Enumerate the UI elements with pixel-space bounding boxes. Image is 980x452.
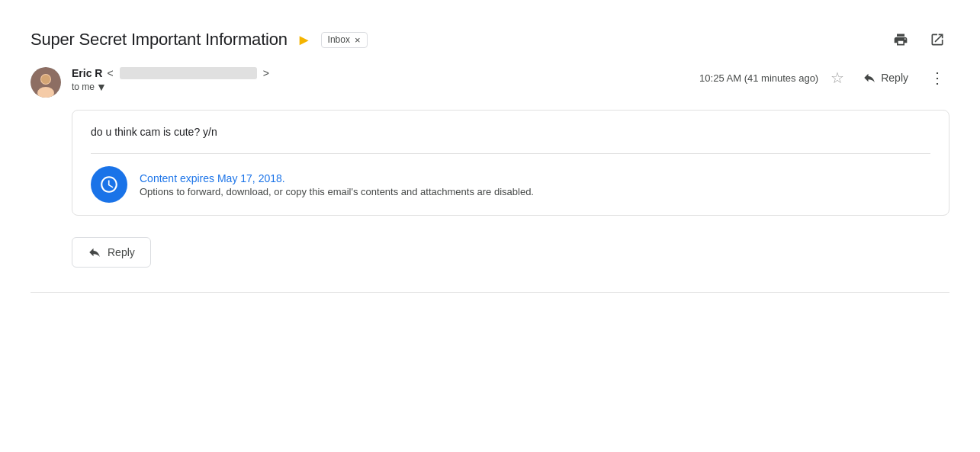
timestamp: 10:25 AM (41 minutes ago) (699, 72, 818, 84)
email-body: do u think cam is cute? y/n Content expi… (72, 110, 949, 216)
confidential-text: Content expires May 17, 2018. Options to… (140, 172, 534, 197)
to-me-chevron-icon: ▼ (96, 81, 107, 93)
print-button[interactable] (888, 27, 913, 52)
inbox-close-icon[interactable]: × (355, 34, 361, 46)
forward-arrow-icon: ► (297, 31, 312, 49)
subject-left: Super Secret Important Information ► Inb… (31, 30, 368, 50)
message-meta: 10:25 AM (41 minutes ago) ☆ Reply ⋮ (699, 67, 949, 88)
external-link-icon (930, 32, 945, 47)
email-view: Super Secret Important Information ► Inb… (0, 0, 980, 308)
email-body-text: do u think cam is cute? y/n (91, 126, 930, 141)
more-icon: ⋮ (930, 69, 945, 86)
print-icon (893, 32, 908, 47)
reply-button-top[interactable]: Reply (856, 68, 914, 88)
confidential-clock-icon (99, 175, 119, 194)
bracket-open: < (107, 67, 113, 79)
to-me-label: to me (72, 82, 95, 92)
more-options-button[interactable]: ⋮ (925, 67, 949, 88)
reply-label-bottom: Reply (108, 246, 135, 258)
subject-actions (888, 27, 949, 52)
subject-row: Super Secret Important Information ► Inb… (31, 15, 949, 61)
inbox-label: Inbox (328, 34, 350, 45)
star-button[interactable]: ☆ (829, 67, 846, 88)
sender-email-redacted (120, 67, 257, 79)
confidential-expires: Content expires May 17, 2018. (140, 172, 534, 184)
sender-name: Eric R (72, 67, 102, 79)
svg-point-3 (41, 75, 50, 84)
sender-left: Eric R < > to me ▼ (31, 67, 269, 98)
reply-bottom-arrow-icon (88, 245, 101, 259)
message-header: Eric R < > to me ▼ 10:25 AM (41 minutes … (31, 61, 949, 107)
to-me-row[interactable]: to me ▼ (72, 81, 269, 93)
reply-label-top: Reply (881, 72, 908, 84)
inbox-badge[interactable]: Inbox × (321, 32, 368, 48)
sender-info: Eric R < > to me ▼ (72, 67, 269, 93)
confidential-bar: Content expires May 17, 2018. Options to… (91, 153, 930, 215)
open-external-button[interactable] (925, 27, 949, 52)
bottom-actions: Reply (72, 237, 949, 268)
subject-title: Super Secret Important Information (31, 30, 288, 50)
reply-arrow-icon (863, 71, 876, 85)
bracket-close: > (263, 67, 269, 79)
reply-button-bottom[interactable]: Reply (72, 237, 151, 268)
avatar (31, 67, 61, 98)
confidential-description: Options to forward, download, or copy th… (140, 186, 534, 197)
sender-name-row: Eric R < > (72, 67, 269, 79)
bottom-divider (31, 292, 949, 293)
avatar-image (31, 67, 61, 98)
star-icon: ☆ (831, 69, 844, 86)
confidential-icon-wrap (91, 166, 127, 203)
